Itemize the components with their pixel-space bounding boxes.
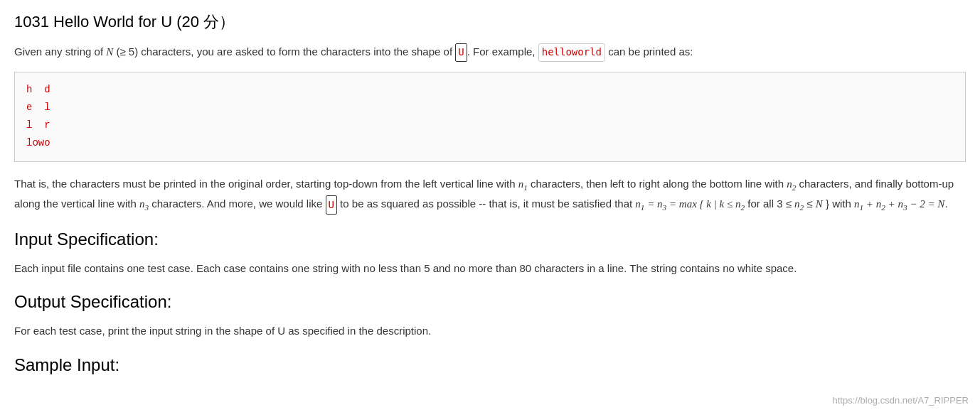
output-spec-heading: Output Specification: — [14, 292, 966, 312]
description-paragraph: That is, the characters must be printed … — [14, 175, 966, 215]
output-spec-content: For each test case, print the input stri… — [14, 322, 966, 340]
code-line-3: l r — [26, 117, 954, 134]
input-spec-content: Each input file contains one test case. … — [14, 259, 966, 278]
code-line-1: h d — [26, 81, 954, 99]
math-condition: n1 = n3 = max { k | k ≤ n2 — [635, 198, 745, 210]
math-n1: n1 — [518, 178, 528, 190]
math-n2: n2 — [787, 178, 796, 190]
code-line-4: lowo — [26, 134, 954, 152]
intro-text-end: can be printed as: — [605, 45, 693, 58]
u-shape-badge-inline: U — [455, 43, 467, 62]
math-n3: n3 — [139, 198, 149, 210]
u-shape-code-block: h d e l l r lowo — [14, 72, 966, 162]
watermark: https://blog.csdn.net/A7_RIPPER — [833, 395, 969, 396]
code-line-2: e l — [26, 99, 954, 117]
intro-text-middle: characters, you are asked to form the ch… — [138, 45, 455, 58]
intro-condition: (≥ 5) — [116, 45, 138, 58]
helloworld-code: helloworld — [538, 43, 605, 62]
math-n: N — [106, 46, 113, 58]
math-n2-range: n2 — [794, 198, 804, 210]
intro-text-before: Given any string of — [14, 45, 106, 58]
math-N-ref: N — [816, 198, 823, 210]
page-title: 1031 Hello World for U (20 分） — [14, 11, 966, 33]
sample-input-heading: Sample Input: — [14, 355, 966, 375]
input-spec-heading: Input Specification: — [14, 229, 966, 249]
math-sum: n1 + n2 + n3 − 2 = N — [854, 198, 944, 210]
intro-paragraph: Given any string of N (≥ 5) characters, … — [14, 43, 966, 62]
u-shape-badge-desc: U — [326, 195, 337, 215]
intro-text-after: . For example, — [467, 45, 538, 58]
